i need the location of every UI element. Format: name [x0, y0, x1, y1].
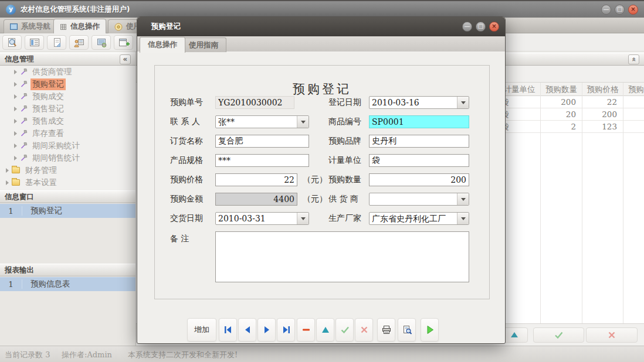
dialog-tabbar: 信息操作 使用指南 — [137, 36, 505, 52]
table-cell[interactable] — [623, 96, 644, 108]
print-button[interactable] — [377, 318, 395, 341]
user-report-button[interactable] — [69, 35, 89, 50]
expander-icon[interactable] — [14, 144, 17, 148]
cancel-button[interactable] — [355, 318, 373, 341]
tree-item-basic-settings[interactable]: 基本设置 — [0, 176, 135, 189]
tree-item-label: 预购成交 — [30, 91, 66, 103]
qty-label: 预购数量 — [328, 175, 361, 185]
expander-icon[interactable] — [14, 70, 17, 74]
delivery-date-combobox[interactable]: 2010-03-31 — [215, 212, 309, 225]
tab-info-operation[interactable]: 信息操作 — [53, 19, 106, 34]
tree-item-presale-deal[interactable]: 预售成交 — [0, 115, 135, 127]
expander-icon[interactable] — [6, 168, 9, 173]
document-icon — [51, 37, 63, 48]
tree-item-period-sales-stats[interactable]: 期间销售统计 — [0, 152, 135, 164]
remark-label: 备 注 — [170, 234, 189, 244]
previous-record-button[interactable] — [238, 318, 256, 341]
tree-item-presale-registration[interactable]: 预售登记 — [0, 103, 135, 115]
manufacturer-combobox[interactable]: 广东省史丹利化工厂 — [369, 212, 469, 225]
table-cell[interactable]: 200 — [582, 108, 623, 121]
expander-icon[interactable] — [14, 131, 17, 136]
table-cell[interactable] — [623, 121, 644, 133]
chevron-down-icon[interactable] — [297, 213, 309, 224]
expander-icon[interactable] — [14, 107, 17, 111]
unit-field[interactable] — [369, 154, 469, 167]
chevron-up-icon: « — [629, 57, 638, 62]
status-record-count: 当前记录数 3 — [5, 350, 50, 360]
list-item-label: 预购登记 — [22, 206, 62, 216]
dialog-titlebar: 预购登记 — □ × — [137, 17, 505, 36]
expander-icon[interactable] — [6, 180, 9, 185]
price-field[interactable] — [215, 173, 297, 186]
expander-icon[interactable] — [14, 119, 17, 124]
table-cell[interactable]: 22 — [582, 96, 623, 108]
combobox-value: 2010-03-16 — [370, 97, 457, 108]
reg-date-combobox[interactable]: 2010-03-16 — [369, 96, 469, 109]
search-document-button[interactable] — [2, 35, 22, 50]
sidebar-collapse-button[interactable]: « — [120, 54, 131, 64]
wand-icon — [20, 80, 28, 88]
tree-item-finance-management[interactable]: 财务管理 — [0, 164, 135, 176]
report-output-item[interactable]: 1 预购信息表 — [0, 277, 135, 291]
first-record-button[interactable] — [219, 318, 237, 341]
chevron-down-icon[interactable] — [297, 116, 309, 128]
brand-field[interactable] — [369, 135, 469, 148]
expander-icon[interactable] — [14, 94, 17, 99]
table-add-button[interactable] — [114, 35, 133, 50]
delete-record-button[interactable] — [297, 318, 315, 341]
last-record-button[interactable] — [277, 318, 295, 341]
run-button[interactable] — [421, 318, 439, 341]
dialog-close-button[interactable]: × — [489, 22, 499, 32]
tree-item-supplier-management[interactable]: 供货商管理 — [0, 66, 135, 78]
chevron-down-icon[interactable] — [457, 213, 469, 224]
statusbar: 当前记录数 3 操作者:Admin 本系统支持二次开发和全新开发! — [0, 346, 644, 362]
maximize-button[interactable]: □ — [615, 5, 625, 15]
tree-item-label: 期间采购统计 — [30, 140, 82, 152]
navigation-tree: 供货商管理 预购登记 预购成交 预售登记 预售成交 库存查看 期间采购统计 期间… — [0, 66, 135, 189]
document-button[interactable] — [47, 35, 66, 50]
print-preview-button[interactable] — [398, 318, 416, 341]
remark-textarea[interactable] — [215, 231, 469, 282]
expander-icon[interactable] — [14, 82, 17, 87]
supplier-combobox[interactable] — [369, 193, 469, 206]
confirm-button[interactable] — [335, 318, 354, 341]
folder-icon — [12, 179, 20, 186]
next-record-button[interactable] — [257, 318, 276, 341]
amount-unit-suffix: （元） — [303, 194, 327, 204]
minimize-button[interactable]: — — [601, 5, 611, 15]
dialog-maximize-button[interactable]: □ — [476, 22, 486, 32]
qty-field[interactable] — [369, 173, 469, 186]
product-code-field[interactable] — [369, 115, 469, 128]
table-cell[interactable]: 200 — [541, 96, 582, 108]
tab-system-navigation[interactable]: 系统导航 — [4, 19, 57, 33]
tree-item-prepurchase-deal[interactable]: 预购成交 — [0, 90, 135, 103]
tree-item-label: 供货商管理 — [30, 66, 74, 78]
add-button[interactable]: 增加 — [187, 318, 216, 341]
tree-item-inventory-view[interactable]: 库存查看 — [0, 127, 135, 139]
background-cancel-button[interactable] — [586, 327, 638, 343]
folder-icon — [12, 167, 20, 173]
monitor-globe-button[interactable] — [91, 35, 111, 50]
contact-combobox[interactable]: 张** — [215, 115, 309, 128]
table-cell[interactable]: 20 — [541, 108, 582, 121]
close-button[interactable]: × — [628, 5, 638, 15]
table-cell[interactable]: 2 — [541, 121, 582, 133]
background-confirm-button[interactable] — [533, 327, 584, 343]
wand-icon — [20, 154, 28, 162]
tree-item-period-purchase-stats[interactable]: 期间采购统计 — [0, 139, 135, 152]
info-window-item[interactable]: 1 预购登记 — [0, 204, 135, 218]
dialog-minimize-button[interactable]: — — [462, 22, 472, 32]
order-name-field[interactable] — [215, 135, 309, 148]
chevron-down-icon[interactable] — [457, 193, 469, 205]
edit-record-button[interactable] — [316, 318, 334, 341]
spec-field[interactable] — [215, 154, 309, 167]
expander-icon[interactable] — [14, 156, 17, 160]
card-index-button[interactable] — [25, 35, 44, 50]
table-cell[interactable] — [623, 108, 644, 121]
content-collapse-button[interactable]: « — [628, 54, 639, 64]
dialog-tab-user-guide[interactable]: 使用指南 — [181, 37, 226, 52]
dialog-tab-info-operation[interactable]: 信息操作 — [140, 37, 185, 53]
chevron-down-icon[interactable] — [457, 97, 469, 108]
tree-item-prepurchase-registration[interactable]: 预购登记 — [0, 78, 135, 90]
table-cell[interactable]: 123 — [582, 121, 623, 133]
